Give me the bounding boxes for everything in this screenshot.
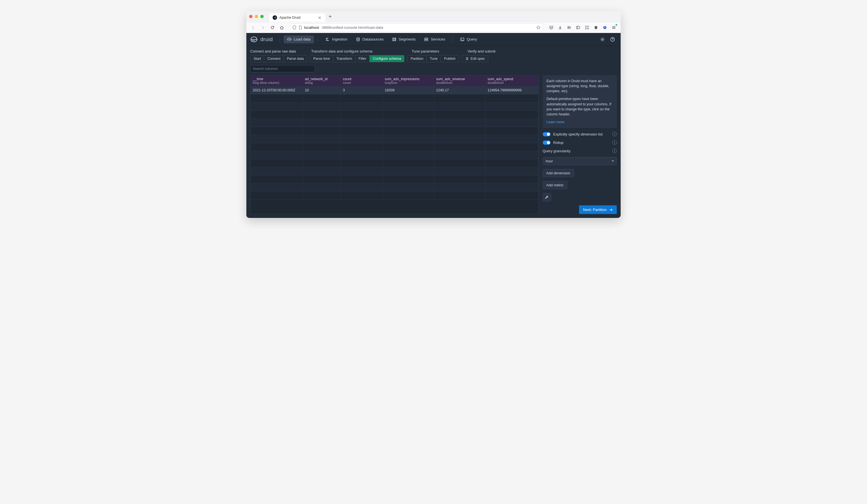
home-button[interactable] xyxy=(278,23,286,32)
tab-title: Apache Druid xyxy=(279,15,301,20)
extension-grid-icon[interactable] xyxy=(583,23,591,32)
wizard-group-label: Connect and parse raw data xyxy=(250,49,311,53)
extension-shield-icon[interactable] xyxy=(592,23,600,32)
forward-button[interactable] xyxy=(259,23,267,32)
add-metric-button[interactable]: Add metric xyxy=(543,181,567,189)
druid-logo[interactable]: druid xyxy=(250,36,273,42)
downloads-icon[interactable] xyxy=(556,23,564,32)
table-row-empty xyxy=(250,192,538,200)
column-header-ad-network[interactable]: ad_network_idstring xyxy=(302,75,341,86)
schema-table: __timelong (time column) ad_network_idst… xyxy=(250,75,539,214)
step-connect[interactable]: Connect xyxy=(264,55,284,62)
info-icon[interactable]: i xyxy=(612,140,617,145)
tool-button[interactable] xyxy=(543,193,551,202)
zoom-window-icon[interactable] xyxy=(260,15,264,18)
add-dimension-button[interactable]: Add dimension xyxy=(543,169,574,177)
console-icon xyxy=(460,37,464,42)
step-publish[interactable]: Publish xyxy=(441,55,459,62)
nav-label: Load data xyxy=(294,37,311,41)
address-bar[interactable]: localhost:8888/unified-console.html#load… xyxy=(290,23,543,32)
step-group-verify: Edit spec xyxy=(462,55,488,62)
help-button[interactable] xyxy=(608,35,617,44)
step-start[interactable]: Start xyxy=(250,55,264,62)
reload-button[interactable] xyxy=(268,23,277,32)
column-header-time[interactable]: __timelong (time column) xyxy=(250,75,302,86)
query-granularity-select[interactable]: hour xyxy=(543,157,617,165)
cell-revenue: 1240.17 xyxy=(434,86,485,94)
toggle-switch[interactable] xyxy=(543,132,550,136)
table-row-empty xyxy=(250,143,538,151)
next-button[interactable]: Next: Partition xyxy=(579,205,617,214)
table-row-empty xyxy=(250,184,538,192)
column-header-revenue[interactable]: sum_ads_revenuedoubleSum xyxy=(434,75,485,86)
nav-divider xyxy=(318,36,318,42)
url-host: localhost xyxy=(304,25,319,30)
nav-label: Segments xyxy=(399,37,416,41)
query-granularity-select-wrap: hour xyxy=(543,157,617,165)
nav-ingestion[interactable]: Ingestion xyxy=(322,35,351,43)
svg-rect-0 xyxy=(576,26,579,29)
close-tab-icon[interactable] xyxy=(317,15,322,20)
table-row-empty xyxy=(250,111,538,119)
nav-query[interactable]: Query xyxy=(457,35,480,43)
page-icon xyxy=(299,25,302,30)
library-icon[interactable] xyxy=(565,23,573,32)
hamburger-menu-icon[interactable] xyxy=(609,23,618,32)
table-row-empty xyxy=(250,159,538,167)
upload-cloud-icon xyxy=(287,37,292,42)
column-header-count[interactable]: countcount xyxy=(341,75,382,86)
svg-rect-4 xyxy=(587,28,589,29)
svg-point-7 xyxy=(357,38,360,39)
nav-label: Query xyxy=(467,37,477,41)
nav-label: Services xyxy=(431,37,445,41)
url-path: :8888/unified-console.html#load-data xyxy=(321,25,383,30)
info-icon[interactable]: i xyxy=(612,149,617,153)
step-transform[interactable]: Transform xyxy=(333,55,355,62)
table-row[interactable]: 2021-12-20T00:00:00.000Z 10 3 18339 1240… xyxy=(250,86,538,94)
settings-button[interactable] xyxy=(598,35,607,44)
search-columns-input[interactable] xyxy=(250,65,315,72)
svg-rect-1 xyxy=(585,26,586,27)
nav-services[interactable]: Services xyxy=(421,35,449,43)
window-controls xyxy=(249,15,264,18)
close-window-icon[interactable] xyxy=(249,15,253,18)
minimize-window-icon[interactable] xyxy=(255,15,258,18)
toggle-rollup: Rollup i xyxy=(543,140,617,145)
new-tab-button[interactable] xyxy=(326,13,334,20)
step-tune[interactable]: Tune xyxy=(427,55,441,62)
toggle-switch[interactable] xyxy=(543,140,550,145)
column-header-spend[interactable]: sum_ads_spenddoubleSum xyxy=(485,75,538,86)
step-edit-spec[interactable]: Edit spec xyxy=(462,55,488,62)
cell-time: 2021-12-20T00:00:00.000Z xyxy=(250,86,302,94)
learn-more-link[interactable]: Learn more xyxy=(547,120,565,124)
search-columns xyxy=(250,65,617,72)
browser-tab[interactable]: Apache Druid xyxy=(269,13,325,22)
info-text: Default primitive types have been automa… xyxy=(547,96,613,117)
wizard-bar: Connect and parse raw data Transform dat… xyxy=(246,46,621,75)
gantt-icon xyxy=(325,37,330,42)
column-header-impressions[interactable]: sum_ads_impressionslongSum xyxy=(382,75,434,86)
top-nav: druid Load data Ingestion Datasources Se… xyxy=(246,33,621,46)
edit-spec-icon xyxy=(465,57,469,61)
nav-load-data[interactable]: Load data xyxy=(284,35,314,43)
step-parse-data[interactable]: Parse data xyxy=(284,55,307,62)
svg-rect-9 xyxy=(394,38,395,41)
extension-badge-icon[interactable] xyxy=(600,23,609,32)
step-partition[interactable]: Partition xyxy=(407,55,427,62)
step-parse-time[interactable]: Parse time xyxy=(310,55,333,62)
save-to-pocket-icon[interactable] xyxy=(547,23,555,32)
back-button[interactable] xyxy=(249,23,258,32)
info-icon[interactable]: i xyxy=(612,132,617,136)
step-configure-schema[interactable]: Configure schema xyxy=(370,55,404,62)
segments-icon xyxy=(392,37,396,42)
sidebar-toggle-icon[interactable] xyxy=(574,23,582,32)
nav-segments[interactable]: Segments xyxy=(388,35,419,43)
svg-rect-2 xyxy=(587,26,589,27)
nav-datasources[interactable]: Datasources xyxy=(353,35,387,43)
browser-titlebar: Apache Druid xyxy=(246,11,621,22)
info-box: Each column in Druid must have an assign… xyxy=(543,75,617,128)
table-row-empty xyxy=(250,151,538,159)
bookmark-icon[interactable] xyxy=(536,25,540,30)
step-filter[interactable]: Filter xyxy=(355,55,370,62)
wrench-icon xyxy=(545,195,549,200)
